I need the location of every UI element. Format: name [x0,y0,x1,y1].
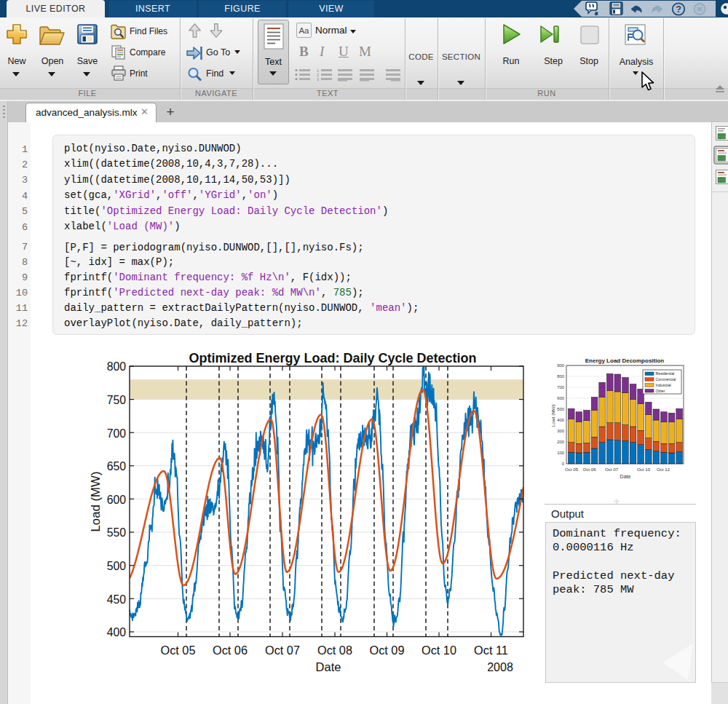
svg-text:Date: Date [620,474,631,479]
svg-text:Oct 06: Oct 06 [213,644,248,657]
svg-text:2008: 2008 [487,661,513,673]
svg-text:Oct 09: Oct 09 [370,644,405,657]
svg-text:750: 750 [107,394,127,406]
svg-text:Optimized Energy Load: Daily C: Optimized Energy Load: Daily Cycle Detec… [189,351,476,365]
svg-text:400: 400 [557,418,564,422]
svg-text:Oct 07: Oct 07 [265,644,300,657]
svg-text:Energy Load Decomposition: Energy Load Decomposition [585,357,665,364]
svg-text:Residential: Residential [656,371,675,376]
svg-text:Load (MW): Load (MW) [550,405,555,427]
svg-text:300: 300 [557,429,564,433]
svg-text:650: 650 [107,460,127,472]
svg-text:900: 900 [557,363,564,368]
svg-text:600: 600 [107,494,127,506]
svg-text:200: 200 [557,440,564,444]
svg-text:3: 3 [317,77,319,82]
svg-text:Oct 06: Oct 06 [582,467,596,472]
svg-text:500: 500 [107,560,127,572]
svg-text:700: 700 [557,385,564,389]
svg-text:Oct 05: Oct 05 [565,467,579,472]
svg-text:100: 100 [557,451,564,455]
svg-text:?: ? [676,4,681,15]
svg-text:550: 550 [107,526,127,539]
svg-text:Commercial: Commercial [656,377,676,381]
svg-text:Oct 10: Oct 10 [637,467,651,472]
svg-text:450: 450 [107,593,127,606]
svg-text:800: 800 [107,360,127,373]
svg-text:Oct 05: Oct 05 [161,644,196,657]
svg-text:700: 700 [107,427,127,440]
svg-text:Oct 10: Oct 10 [422,644,456,657]
svg-text:800: 800 [557,374,564,379]
svg-text:Other: Other [656,389,665,393]
svg-text:Date: Date [316,660,341,673]
svg-text:0: 0 [562,462,564,466]
svg-text:Oct 12: Oct 12 [657,467,670,472]
svg-text:600: 600 [557,396,564,400]
svg-text:400: 400 [107,626,127,638]
svg-text:Industrial: Industrial [656,383,671,387]
svg-text:500: 500 [557,407,564,411]
svg-text:Oct 11: Oct 11 [474,644,508,657]
svg-text:Load (MW): Load (MW) [89,472,103,532]
svg-text:Oct 08: Oct 08 [317,644,352,657]
svg-text:Oct 07: Oct 07 [605,467,619,472]
